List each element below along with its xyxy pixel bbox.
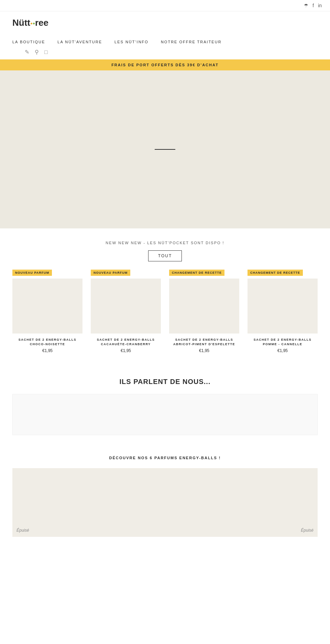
- nav-link-boutique[interactable]: LA BOUTIQUE: [12, 40, 45, 44]
- nav-link-traiteur[interactable]: NOTRE OFFRE TRAITEUR: [161, 40, 222, 44]
- linkedin-icon[interactable]: in: [318, 3, 322, 8]
- nav-item-info[interactable]: LES NÜT'INFO: [114, 38, 148, 45]
- product-badge-2: NOUVEAU PARFUM: [91, 270, 130, 276]
- hero-section: [0, 70, 330, 228]
- decouvre-title: DÉCOUVRE NOS 6 PARFUMS ENERGY-BALLS !: [12, 456, 318, 460]
- promo-text: FRAIS DE PORT OFFERTS DÈS 39€ D'ACHAT: [111, 63, 219, 67]
- nav-link-info[interactable]: LES NÜT'INFO: [114, 40, 148, 44]
- navigation: LA BOUTIQUE LA NÜT'AVENTURE LES NÜT'INFO…: [0, 34, 330, 59]
- hero-line: [155, 149, 175, 150]
- facebook-icon[interactable]: f: [312, 3, 314, 8]
- decouvre-section: DÉCOUVRE NOS 6 PARFUMS ENERGY-BALLS ! Ép…: [0, 443, 330, 537]
- product-image-4[interactable]: [248, 279, 318, 334]
- search-icon[interactable]: ⚲: [35, 49, 39, 55]
- product-image-1[interactable]: [12, 279, 82, 334]
- top-bar: ☂ f in: [0, 0, 330, 11]
- product-badge-4: CHANGEMENT DE RECETTE: [248, 270, 303, 276]
- ils-parlent-content: [12, 394, 318, 435]
- product-price-2: €1,95: [91, 348, 161, 353]
- header: N ü tt ree: [0, 11, 330, 34]
- nav-item-boutique[interactable]: LA BOUTIQUE: [12, 38, 45, 45]
- product-image-2[interactable]: [91, 279, 161, 334]
- product-name-1: SACHET DE 2 ENERGY-BALLS CHOCO-NOISETTE: [12, 338, 82, 346]
- nav-item-traiteur[interactable]: NOTRE OFFRE TRAITEUR: [161, 38, 222, 45]
- product-price-3: €1,95: [169, 348, 239, 353]
- ils-parlent-section: ILS PARLENT DE NOUS...: [0, 361, 330, 443]
- filter-tout-button[interactable]: TOUT: [148, 250, 182, 261]
- products-section: NEW NEW NEW - LES NÜT'POCKET SONT DISPO …: [0, 228, 330, 361]
- epuise-label-right: Épuisé: [301, 528, 314, 533]
- nav-link-aventure[interactable]: LA NÜT'AVENTURE: [57, 40, 102, 44]
- nav-icons: ✎ ⚲ □: [12, 45, 318, 59]
- product-price-4: €1,95: [248, 348, 318, 353]
- instagram-icon[interactable]: ☂: [304, 3, 308, 8]
- product-badge-1: NOUVEAU PARFUM: [12, 270, 52, 276]
- product-badge-3: CHANGEMENT DE RECETTE: [169, 270, 224, 276]
- promo-banner: FRAIS DE PORT OFFERTS DÈS 39€ D'ACHAT: [0, 59, 330, 70]
- account-icon[interactable]: ✎: [25, 49, 29, 55]
- product-card-3: CHANGEMENT DE RECETTE SACHET DE 2 ENERGY…: [165, 270, 243, 361]
- product-image-3[interactable]: [169, 279, 239, 334]
- nav-links: LA BOUTIQUE LA NÜT'AVENTURE LES NÜT'INFO…: [12, 38, 318, 45]
- product-card-4: CHANGEMENT DE RECETTE SACHET DE 2 ENERGY…: [243, 270, 322, 361]
- product-price-1: €1,95: [12, 348, 82, 353]
- product-card-2: NOUVEAU PARFUM SACHET DE 2 ENERGY-BALLS …: [87, 270, 165, 361]
- products-grid: NOUVEAU PARFUM SACHET DE 2 ENERGY-BALLS …: [0, 270, 330, 361]
- product-name-3: SACHET DE 2 ENERGY-BALLS ABRICOT-PIMENT …: [169, 338, 239, 346]
- epuise-label-left: Épuisé: [16, 528, 29, 533]
- product-card-1: NOUVEAU PARFUM SACHET DE 2 ENERGY-BALLS …: [8, 270, 87, 361]
- cart-icon[interactable]: □: [44, 49, 48, 55]
- decouvre-card-left[interactable]: Épuisé: [12, 468, 165, 537]
- product-name-2: SACHET DE 2 ENERGY-BALLS CACAHUÈTE-CRANB…: [91, 338, 161, 346]
- product-name-4: SACHET DE 2 ENERGY-BALLS POMME - CANNELL…: [248, 338, 318, 346]
- decouvre-grid: Épuisé Épuisé: [12, 468, 318, 537]
- logo[interactable]: N ü tt ree: [12, 18, 48, 28]
- products-subtitle: NEW NEW NEW - LES NÜT'POCKET SONT DISPO …: [0, 228, 330, 250]
- decouvre-card-right[interactable]: Épuisé: [165, 468, 318, 537]
- nav-item-aventure[interactable]: LA NÜT'AVENTURE: [57, 38, 102, 45]
- ils-parlent-title: ILS PARLENT DE NOUS...: [12, 378, 318, 386]
